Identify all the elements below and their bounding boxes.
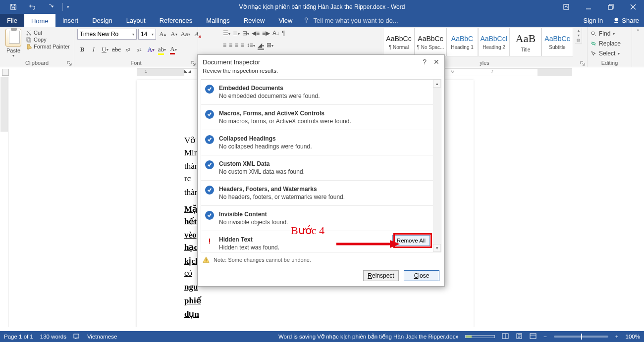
format-painter-button[interactable]: Format Painter xyxy=(26,44,70,49)
decrease-indent-icon[interactable]: ◀≡ xyxy=(252,30,260,37)
align-left-icon[interactable]: ≡ xyxy=(223,42,226,49)
collapse-ribbon-icon[interactable]: ˄ xyxy=(632,27,644,67)
strikethrough-button[interactable]: abc xyxy=(111,45,121,54)
dialog-note: Note: Some changes cannot be undone. xyxy=(214,257,311,263)
show-marks-icon[interactable]: ¶ xyxy=(282,30,285,37)
subscript-button[interactable]: x2 xyxy=(123,45,133,54)
close-icon[interactable] xyxy=(622,0,644,14)
zoom-in-icon[interactable]: + xyxy=(615,334,619,340)
qat-customize-icon[interactable]: ▾ xyxy=(67,4,69,9)
cut-button[interactable]: Cut xyxy=(26,30,70,36)
style-item[interactable]: AaBbCc¶ No Spac... xyxy=(415,28,446,56)
borders-icon[interactable]: ⊞▾ xyxy=(267,42,273,49)
style-item[interactable]: AaBbCHeading 1 xyxy=(446,28,478,56)
web-layout-icon[interactable] xyxy=(530,333,537,341)
styles-more-icon[interactable]: ⊟ xyxy=(575,38,582,43)
tell-me-search[interactable]: Tell me what you want to do... xyxy=(299,14,578,27)
title-bar: ▾ Vỡ nhạc kịch phiên bản tiếng Hàn Jack … xyxy=(0,0,644,14)
highlight-color-icon[interactable]: ab▾ xyxy=(157,45,167,54)
style-item[interactable]: AaBbCcIHeading 2 xyxy=(478,28,510,56)
tab-insert[interactable]: Insert xyxy=(55,14,86,27)
line-spacing-icon[interactable]: ↕≡▾ xyxy=(247,42,255,49)
find-button[interactable]: Find ▾ xyxy=(590,29,621,39)
save-progress xyxy=(465,335,495,338)
restore-icon[interactable] xyxy=(599,0,622,14)
styles-scroll-up-icon[interactable]: ▴ xyxy=(575,28,582,33)
italic-button[interactable]: I xyxy=(89,45,99,54)
dialog-help-icon[interactable]: ? xyxy=(423,58,427,66)
undo-icon[interactable] xyxy=(25,0,40,14)
page-status[interactable]: Page 1 of 1 xyxy=(4,334,33,340)
zoom-level[interactable]: 100% xyxy=(626,334,640,340)
font-size-select[interactable]: 14▾ xyxy=(138,29,156,40)
shading-icon[interactable]: ◢▾ xyxy=(258,42,264,49)
superscript-button[interactable]: x2 xyxy=(134,45,144,54)
select-button[interactable]: Select ▾ xyxy=(590,49,621,58)
document-inspector-dialog: Document Inspector ? ✕ Review the inspec… xyxy=(197,54,445,287)
paste-button[interactable]: Paste ▾ xyxy=(3,29,24,58)
font-color-icon[interactable]: A▾ xyxy=(168,45,178,54)
styles-scroll-down-icon[interactable]: ▾ xyxy=(575,33,582,38)
zoom-out-icon[interactable]: − xyxy=(543,334,547,340)
sort-icon[interactable]: A↓ xyxy=(272,30,279,37)
minimize-icon[interactable] xyxy=(577,0,599,14)
scroll-up-icon[interactable]: ▴ xyxy=(433,80,441,88)
close-button[interactable]: Close xyxy=(404,270,439,281)
style-item[interactable]: AaBbCc¶ Normal xyxy=(383,28,415,56)
dialog-scrollbar[interactable]: ▴ ▾ xyxy=(433,80,441,252)
tab-file[interactable]: File xyxy=(0,14,24,27)
tab-design[interactable]: Design xyxy=(85,14,119,27)
tab-review[interactable]: Review xyxy=(237,14,272,27)
font-name-select[interactable]: Times New Ro▾ xyxy=(77,29,137,40)
spellcheck-icon[interactable] xyxy=(73,333,80,341)
bold-button[interactable]: B xyxy=(77,45,87,54)
underline-button[interactable]: U▾ xyxy=(100,45,110,54)
redo-icon[interactable] xyxy=(44,0,58,14)
language-status[interactable]: Vietnamese xyxy=(87,334,117,340)
tab-view[interactable]: View xyxy=(271,14,299,27)
tell-me-placeholder: Tell me what you want to do... xyxy=(313,17,398,24)
style-item[interactable]: AaBbCcSubtitle xyxy=(541,28,573,56)
numbering-icon[interactable]: ≣▾ xyxy=(233,30,240,37)
tab-selector-icon[interactable] xyxy=(2,69,9,76)
tab-layout[interactable]: Layout xyxy=(119,14,153,27)
text-effects-icon[interactable]: A▾ xyxy=(146,45,156,54)
styles-launcher-icon[interactable] xyxy=(580,61,585,66)
tab-mailings[interactable]: Mailings xyxy=(199,14,237,27)
increase-indent-icon[interactable]: ≡▶ xyxy=(262,30,270,37)
scroll-down-icon[interactable]: ▾ xyxy=(433,244,441,252)
clipboard-launcher-icon[interactable] xyxy=(67,61,72,66)
read-mode-icon[interactable] xyxy=(502,333,509,341)
inspection-item: Collapsed HeadingsNo collapsed headings … xyxy=(201,130,433,155)
editing-label: Editing xyxy=(601,60,618,66)
ribbon-options-icon[interactable] xyxy=(555,0,577,14)
svg-rect-6 xyxy=(28,39,31,42)
reinspect-button[interactable]: Reinspect xyxy=(363,270,399,281)
grow-font-icon[interactable]: A▴ xyxy=(158,29,167,39)
print-layout-icon[interactable] xyxy=(516,333,523,341)
save-icon[interactable] xyxy=(6,0,21,14)
svg-point-4 xyxy=(30,34,31,36)
check-icon xyxy=(205,85,214,94)
align-center-icon[interactable]: ≡ xyxy=(229,42,232,49)
replace-button[interactable]: Replace xyxy=(590,39,621,49)
word-count[interactable]: 130 words xyxy=(40,334,66,340)
change-case-icon[interactable]: Aa▾ xyxy=(180,29,190,39)
sign-in-button[interactable]: Sign in xyxy=(579,14,608,27)
share-button[interactable]: Share xyxy=(608,14,644,27)
multilevel-icon[interactable]: ⊟▾ xyxy=(242,30,249,37)
align-right-icon[interactable]: ≡ xyxy=(235,42,238,49)
shrink-font-icon[interactable]: A▾ xyxy=(169,29,179,39)
bullets-icon[interactable]: ☰▾ xyxy=(223,30,230,37)
dialog-close-icon[interactable]: ✕ xyxy=(433,58,439,66)
style-item[interactable]: AaBTitle xyxy=(510,28,541,56)
zoom-slider[interactable] xyxy=(554,336,608,338)
svg-rect-5 xyxy=(27,38,30,41)
copy-button[interactable]: Copy xyxy=(26,37,70,43)
vertical-ruler[interactable] xyxy=(0,77,9,327)
clear-formatting-icon[interactable]: A✖ xyxy=(192,29,202,39)
font-launcher-icon[interactable] xyxy=(191,61,196,66)
justify-icon[interactable]: ≡ xyxy=(241,42,244,49)
tab-home[interactable]: Home xyxy=(24,14,55,27)
tab-references[interactable]: References xyxy=(153,14,199,27)
